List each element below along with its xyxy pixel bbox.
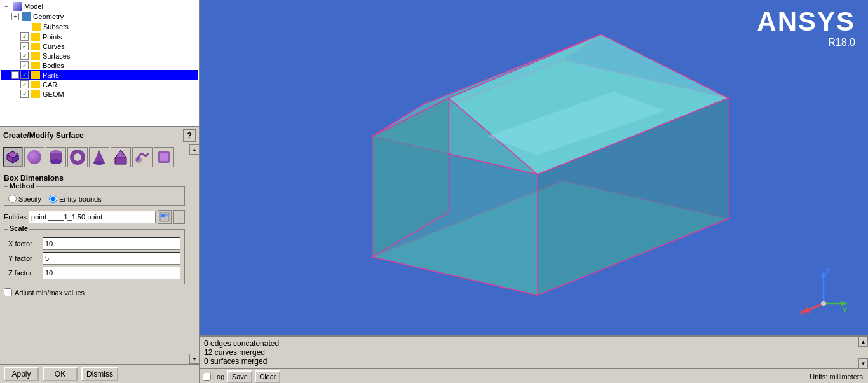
box-surface-icon[interactable] <box>3 147 23 167</box>
clear-button[interactable]: Clear <box>255 370 280 383</box>
tree-label-model: Model <box>24 3 43 10</box>
svg-marker-9 <box>115 150 126 158</box>
model-icon <box>13 2 22 11</box>
curves-icon <box>31 43 40 50</box>
tree-label-subsets: Subsets <box>43 23 69 31</box>
x-factor-label: X factor <box>8 240 40 247</box>
method-group-title: Method <box>8 182 36 190</box>
checkbox-parts[interactable]: ✓ <box>20 71 29 79</box>
geometry-icon <box>22 12 31 21</box>
adjust-minmax-checkbox[interactable] <box>4 288 12 296</box>
panel-scroll-area: Box Dimensions Method Specify <box>0 144 189 364</box>
save-button[interactable]: Save <box>227 370 252 383</box>
checkbox-surfaces[interactable]: ✓ <box>20 52 29 60</box>
spacer <box>20 22 29 31</box>
prism-surface-icon[interactable] <box>111 147 131 167</box>
svg-point-34 <box>821 301 826 306</box>
console-buttons: Log Save Clear Units: millimeters <box>200 368 868 383</box>
console-line-2: 12 curves merged <box>204 348 854 357</box>
entity-bounds-label: Entity bounds <box>59 195 102 203</box>
entities-row: Entities … <box>4 210 185 224</box>
checkbox-car[interactable]: ✓ <box>20 80 29 88</box>
console-scroll-up[interactable]: ▲ <box>858 337 868 347</box>
log-checkbox[interactable] <box>203 373 211 381</box>
svg-text:Y: Y <box>843 306 848 314</box>
svg-rect-15 <box>165 214 168 216</box>
adjust-minmax-row: Adjust min/max values <box>4 288 185 296</box>
adjust-minmax-label: Adjust min/max values <box>15 289 85 296</box>
bodies-icon <box>31 62 40 69</box>
console-scroll-down[interactable]: ▼ <box>858 358 868 368</box>
entities-more-btn[interactable]: … <box>173 210 185 224</box>
scale-group: Scale X factor Y factor <box>4 229 185 284</box>
expand-model[interactable]: − <box>3 3 10 10</box>
parts-icon <box>31 71 40 79</box>
scale-group-title: Scale <box>8 225 29 232</box>
tree-item-model[interactable]: − Model <box>1 1 198 11</box>
svg-marker-32 <box>841 301 848 306</box>
tree-item-subsets[interactable]: Subsets <box>1 22 198 32</box>
console-line-3: 0 surfaces merged <box>204 357 854 366</box>
x-factor-input[interactable] <box>43 237 180 250</box>
axis-svg: Z X Y <box>798 265 849 316</box>
console-line-1: 0 edges concatenated <box>204 339 854 348</box>
tree-item-curves[interactable]: ✓ Curves <box>1 41 198 51</box>
specify-radio-option[interactable]: Specify <box>8 195 41 203</box>
scrollbar-up-arrow[interactable]: ▲ <box>189 144 199 155</box>
checkbox-geom[interactable]: ✓ <box>20 90 29 98</box>
axis-indicator: Z X Y <box>798 265 849 316</box>
tree-item-geometry[interactable]: + Geometry <box>1 11 198 22</box>
checkbox-points[interactable]: ✓ <box>20 32 29 41</box>
dismiss-button[interactable]: Dismiss <box>81 367 118 381</box>
3d-shape-svg <box>296 22 773 314</box>
shape-container <box>200 0 868 335</box>
z-factor-row: Z factor <box>8 267 180 279</box>
z-factor-label: Z factor <box>8 269 40 277</box>
help-button[interactable]: ? <box>183 129 196 142</box>
tree-item-bodies[interactable]: ✓ Bodies <box>1 60 198 70</box>
cone-surface-icon[interactable] <box>89 147 109 167</box>
checkbox-curves[interactable]: ✓ <box>20 42 29 50</box>
tree-item-points[interactable]: ✓ Points <box>1 32 198 41</box>
tree-item-geom[interactable]: ✓ GEOM <box>1 89 198 99</box>
ok-button[interactable]: OK <box>43 367 78 381</box>
surface-icon-8[interactable] <box>154 147 174 167</box>
tree-label-bodies: Bodies <box>43 62 64 69</box>
tree-item-surfaces[interactable]: ✓ Surfaces <box>1 51 198 60</box>
z-factor-input[interactable] <box>43 267 180 279</box>
expand-parts[interactable]: − <box>11 71 19 79</box>
checkbox-bodies[interactable]: ✓ <box>20 61 29 69</box>
icon-toolbar <box>0 144 189 170</box>
entity-bounds-radio-option[interactable]: Entity bounds <box>49 195 102 203</box>
log-checkbox-label[interactable]: Log <box>203 373 224 381</box>
surface-icon-7[interactable] <box>132 147 153 167</box>
entity-bounds-radio[interactable] <box>49 195 57 203</box>
geom-icon <box>31 90 40 98</box>
cylinder-surface-icon[interactable] <box>46 147 66 167</box>
torus-surface-icon[interactable] <box>67 147 88 167</box>
entities-select-btn[interactable] <box>158 210 172 224</box>
tree-label-car: CAR <box>43 81 57 88</box>
svg-rect-12 <box>160 153 168 161</box>
tree-label-geom: GEOM <box>43 90 64 98</box>
svg-point-10 <box>135 157 142 163</box>
console-scrollbar: ▲ ▼ <box>858 337 868 368</box>
x-factor-row: X factor <box>8 237 180 250</box>
entities-input[interactable] <box>29 211 156 223</box>
method-group: Method Specify Entity bounds <box>4 186 185 206</box>
tree-label-geometry: Geometry <box>33 13 64 20</box>
expand-geometry[interactable]: + <box>11 13 19 20</box>
scrollbar-track <box>189 155 199 354</box>
sphere-surface-icon[interactable] <box>24 147 44 167</box>
cms-header: Create/Modify Surface ? <box>0 127 199 144</box>
scrollbar-down-arrow[interactable]: ▼ <box>189 354 199 364</box>
y-factor-input[interactable] <box>43 252 180 265</box>
tree-item-parts[interactable]: − ✓ Parts <box>1 70 198 80</box>
viewport-area: ANSYS R18.0 <box>200 0 868 383</box>
specify-label: Specify <box>18 195 41 203</box>
console-text: 0 edges concatenated 12 curves merged 0 … <box>200 337 858 368</box>
tree-item-car[interactable]: ✓ CAR <box>1 80 198 89</box>
apply-button[interactable]: Apply <box>4 367 39 381</box>
specify-radio[interactable] <box>8 195 17 203</box>
console-area: 0 edges concatenated 12 curves merged 0 … <box>200 335 868 383</box>
